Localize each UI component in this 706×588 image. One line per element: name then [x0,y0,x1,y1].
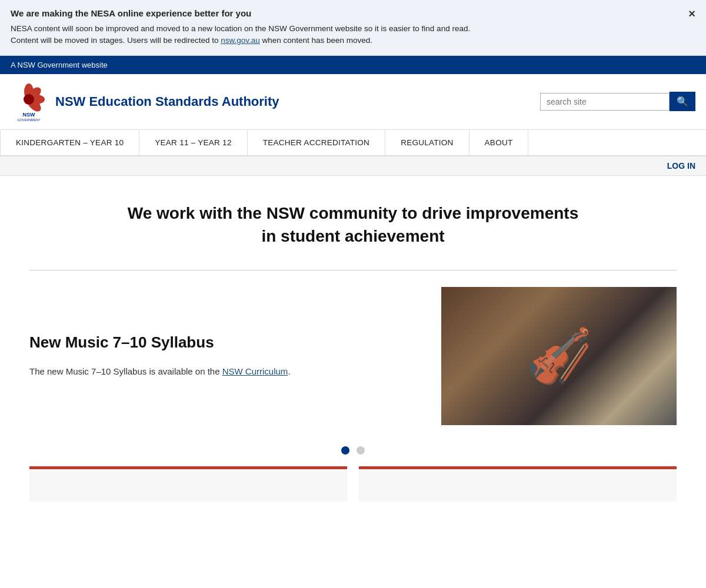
banner-title: We are making the NESA online experience… [11,8,695,18]
feature-section: New Music 7–10 Syllabus The new Music 7–… [0,281,706,437]
nsw-logo: NSW GOVERNMENT [11,81,47,122]
nav-item-y1112: YEAR 11 – YEAR 12 [139,130,247,155]
banner-body-line2: Content will be moved in stages. Users w… [11,36,221,45]
main-nav: KINDERGARTEN – YEAR 10 YEAR 11 – YEAR 12… [0,130,706,156]
nav-link-accreditation[interactable]: TEACHER ACCREDITATION [248,130,385,155]
hero-line2: in student achievement [261,227,444,245]
carousel-dot-2[interactable] [357,446,365,455]
nav-link-k10[interactable]: KINDERGARTEN – YEAR 10 [0,130,139,155]
search-area: 🔍 [540,92,695,111]
nsw-curriculum-link[interactable]: NSW Curriculum [222,366,288,376]
hero-section: We work with the NSW community to drive … [0,176,706,259]
banner-body-line1: NESA content will soon be improved and m… [11,24,470,33]
feature-image [441,287,677,425]
gov-bar: A NSW Government website [0,56,706,74]
nav-item-regulation: REGULATION [385,130,469,155]
feature-body-end: . [288,366,290,376]
search-input[interactable] [540,93,670,111]
hero-heading: We work with the NSW community to drive … [0,202,706,248]
svg-text:GOVERNMENT: GOVERNMENT [17,118,41,122]
nsw-gov-link[interactable]: nsw.gov.au [221,36,260,45]
carousel-dot-1[interactable] [341,446,349,455]
nav-list: KINDERGARTEN – YEAR 10 YEAR 11 – YEAR 12… [0,130,706,155]
login-bar: LOG IN [0,156,706,176]
logo-area: NSW GOVERNMENT NSW Education Standards A… [11,81,279,122]
banner-body-line3: when content has been moved. [260,36,372,45]
notification-banner: We are making the NESA online experience… [0,0,706,56]
card-1 [29,466,347,502]
nav-item-about: ABOUT [469,130,529,155]
login-link[interactable]: LOG IN [667,161,695,171]
feature-body: The new Music 7–10 Syllabus is available… [29,365,418,379]
site-header: NSW GOVERNMENT NSW Education Standards A… [0,74,706,130]
nav-item-accreditation: TEACHER ACCREDITATION [248,130,385,155]
section-divider [29,270,677,270]
site-title: NSW Education Standards Authority [55,94,279,109]
hero-line1: We work with the NSW community to drive … [128,204,579,222]
nav-item-k10: KINDERGARTEN – YEAR 10 [0,130,139,155]
feature-title: New Music 7–10 Syllabus [29,333,418,352]
carousel-dots [0,437,706,466]
banner-body: NESA content will soon be improved and m… [11,23,695,47]
svg-text:NSW: NSW [23,112,36,118]
gov-bar-label: A NSW Government website [11,61,108,69]
search-icon: 🔍 [677,96,688,106]
bottom-cards [0,466,706,502]
svg-point-5 [24,94,34,105]
nav-link-about[interactable]: ABOUT [469,130,529,155]
search-button[interactable]: 🔍 [670,92,695,111]
violin-photo [441,287,677,425]
nav-link-regulation[interactable]: REGULATION [385,130,469,155]
feature-body-text: The new Music 7–10 Syllabus is available… [29,366,222,376]
card-2 [359,466,677,502]
nav-link-y1112[interactable]: YEAR 11 – YEAR 12 [139,130,247,155]
banner-close-button[interactable]: × [688,7,695,21]
feature-text: New Music 7–10 Syllabus The new Music 7–… [29,333,418,379]
